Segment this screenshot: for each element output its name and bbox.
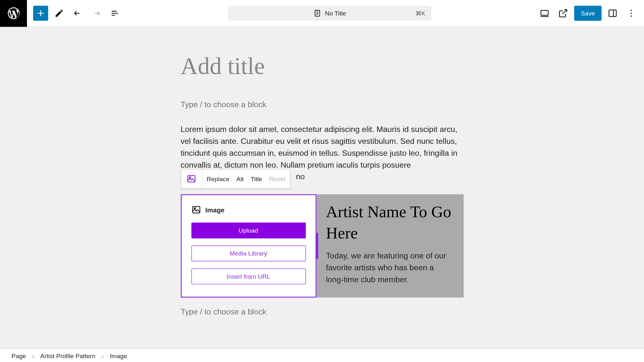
image-placeholder-header: Image — [191, 205, 305, 215]
media-text-block: Image Upload Media Library Insert from U… — [180, 194, 463, 298]
upload-button[interactable]: Upload — [191, 222, 305, 238]
redo-button[interactable] — [89, 6, 104, 21]
image-icon — [187, 174, 196, 184]
plus-icon — [36, 8, 45, 18]
svg-rect-2 — [609, 10, 616, 16]
block-type-button[interactable] — [181, 170, 202, 188]
preview-button[interactable] — [556, 6, 571, 21]
page-title-input[interactable]: Add title — [180, 52, 463, 80]
toolbar-center: No Title ⌘K — [122, 6, 537, 21]
tools-button[interactable] — [52, 6, 67, 21]
undo-button[interactable] — [70, 6, 85, 21]
document-title: No Title — [325, 10, 346, 17]
artist-info-column: Artist Name To Go Here Today, we are fea… — [316, 194, 464, 298]
content-area: Add title Type / to choose a block Lorem… — [180, 27, 463, 317]
breadcrumb-separator: › — [101, 352, 103, 359]
block-toolbar: Replace Alt Title Reset — [180, 169, 290, 188]
external-link-icon — [558, 8, 568, 18]
block-breadcrumb: Page › Artist Profile Pattern › Image — [0, 349, 644, 362]
list-icon — [110, 8, 120, 18]
media-library-button[interactable]: Media Library — [191, 246, 305, 261]
insert-from-url-button[interactable]: Insert from URL — [191, 268, 305, 284]
image-placeholder-block[interactable]: Image Upload Media Library Insert from U… — [180, 194, 316, 298]
alt-button[interactable]: Alt — [236, 173, 244, 184]
editor-canvas: Add title Type / to choose a block Lorem… — [0, 27, 644, 362]
sidebar-icon — [608, 8, 618, 18]
reset-button[interactable]: Reset — [269, 173, 285, 184]
save-button[interactable]: Save — [574, 6, 601, 21]
wordpress-logo[interactable] — [0, 0, 27, 27]
more-vertical-icon — [626, 8, 636, 18]
block-prompt-after[interactable]: Type / to choose a block — [180, 307, 463, 317]
image-icon — [191, 205, 201, 215]
breadcrumb-item[interactable]: Image — [110, 352, 127, 359]
replace-button[interactable]: Replace — [207, 173, 229, 184]
breadcrumb-item[interactable]: Page — [12, 352, 26, 359]
artist-description[interactable]: Today, we are featuring one of our favor… — [326, 250, 454, 286]
breadcrumb-item[interactable]: Artist Profile Pattern — [40, 352, 95, 359]
svg-rect-1 — [541, 10, 548, 15]
wordpress-icon — [6, 6, 21, 20]
svg-point-3 — [630, 10, 632, 11]
undo-icon — [73, 8, 82, 18]
document-overview-button[interactable] — [107, 6, 122, 21]
artist-heading[interactable]: Artist Name To Go Here — [326, 201, 454, 244]
paragraph-text: Lorem ipsum dolor sit amet, consectetur … — [180, 125, 457, 170]
paragraph-trail: no — [296, 172, 305, 181]
svg-point-4 — [630, 13, 632, 14]
image-placeholder-label: Image — [205, 206, 224, 213]
title-button[interactable]: Title — [251, 173, 262, 184]
svg-point-7 — [189, 177, 191, 178]
breadcrumb-separator: › — [32, 352, 34, 359]
settings-panel-button[interactable] — [605, 6, 620, 21]
block-prompt[interactable]: Type / to choose a block — [180, 100, 463, 109]
paragraph-block[interactable]: Lorem ipsum dolor sit amet, consectetur … — [180, 124, 463, 171]
document-icon — [313, 9, 322, 17]
document-title-bar[interactable]: No Title ⌘K — [228, 6, 431, 21]
toolbar-left — [27, 6, 122, 21]
more-options-button[interactable] — [624, 6, 639, 21]
device-icon — [540, 8, 549, 18]
keyboard-shortcut: ⌘K — [416, 10, 425, 17]
svg-point-9 — [194, 208, 195, 209]
editor-toolbar: No Title ⌘K Save — [0, 0, 644, 27]
toolbar-right: Save — [537, 6, 639, 21]
pencil-icon — [54, 8, 64, 18]
resize-handle[interactable] — [315, 233, 318, 259]
add-block-button[interactable] — [33, 6, 48, 21]
svg-point-5 — [630, 15, 632, 17]
block-toolbar-items: Replace Alt Title Reset — [202, 173, 290, 184]
redo-icon — [91, 8, 101, 18]
view-button[interactable] — [537, 6, 552, 21]
